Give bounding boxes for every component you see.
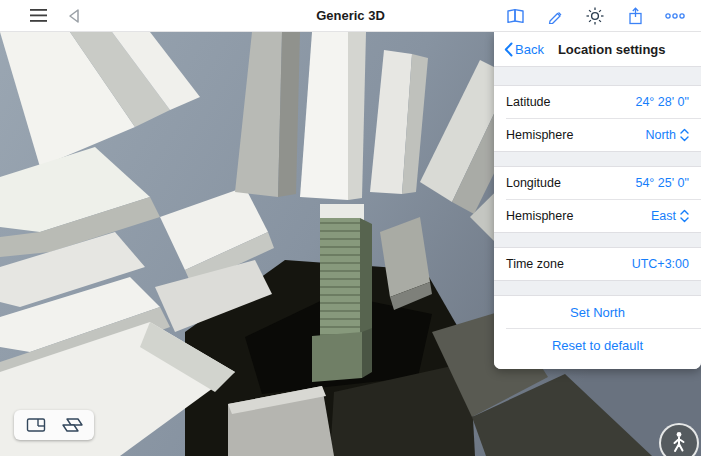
- sun-icon: [586, 7, 604, 25]
- sun-settings-button[interactable]: [585, 6, 605, 26]
- view-mode-toggle: [14, 410, 94, 440]
- 2d-plan-view-button[interactable]: [23, 414, 49, 436]
- panel-title: Location settings: [558, 42, 666, 57]
- timezone-row[interactable]: Time zone UTC+3:00: [494, 248, 701, 280]
- reset-default-button[interactable]: Reset to default: [494, 329, 701, 361]
- markup-button[interactable]: [545, 6, 565, 26]
- hemisphere-value: North: [645, 128, 676, 142]
- stepper-icon[interactable]: [680, 127, 689, 143]
- group-spacer: [494, 66, 701, 86]
- group-spacer: [494, 280, 701, 296]
- walking-person-icon: [670, 431, 688, 455]
- open-book-icon: [506, 8, 525, 24]
- back-button[interactable]: Back: [504, 42, 544, 57]
- floor-plan-icon: [26, 417, 46, 433]
- group-spacer: [494, 151, 701, 167]
- chevron-left-icon: [504, 42, 513, 57]
- highlighted-building: [312, 204, 372, 382]
- stepper-icon[interactable]: [680, 208, 689, 224]
- share-icon: [628, 7, 643, 25]
- layers-3d-icon: [61, 417, 83, 433]
- timezone-label: Time zone: [506, 257, 564, 271]
- more-button[interactable]: [665, 6, 685, 26]
- location-settings-panel: Back Location settings Latitude 24° 28' …: [494, 32, 701, 369]
- back-triangle-icon: [67, 8, 81, 24]
- longitude-label: Longitude: [506, 176, 561, 190]
- menu-button[interactable]: [28, 6, 48, 26]
- back-label: Back: [515, 42, 544, 57]
- timezone-value: UTC+3:00: [632, 257, 689, 271]
- latitude-label: Latitude: [506, 95, 550, 109]
- top-toolbar: Generic 3D: [0, 0, 701, 32]
- 3d-view-button[interactable]: [59, 414, 85, 436]
- pencil-icon: [547, 8, 563, 24]
- latitude-hemisphere-row[interactable]: Hemisphere North: [494, 119, 701, 151]
- set-north-button[interactable]: Set North: [494, 296, 701, 328]
- panel-footer: [494, 361, 701, 369]
- back-view-button[interactable]: [64, 6, 84, 26]
- panel-header: Back Location settings: [494, 32, 701, 66]
- hemisphere-label: Hemisphere: [506, 209, 573, 223]
- longitude-row[interactable]: Longitude 54° 25' 0": [494, 167, 701, 199]
- longitude-hemisphere-row[interactable]: Hemisphere East: [494, 200, 701, 232]
- hemisphere-label: Hemisphere: [506, 128, 573, 142]
- walk-mode-button[interactable]: [659, 423, 699, 456]
- latitude-value: 24° 28' 0": [635, 95, 689, 109]
- group-spacer: [494, 232, 701, 248]
- ellipsis-icon: [665, 12, 685, 20]
- latitude-row[interactable]: Latitude 24° 28' 0": [494, 86, 701, 118]
- share-button[interactable]: [625, 6, 645, 26]
- longitude-value: 54° 25' 0": [635, 176, 689, 190]
- hamburger-icon: [30, 9, 47, 22]
- hemisphere-value: East: [651, 209, 676, 223]
- bookmarks-button[interactable]: [505, 6, 525, 26]
